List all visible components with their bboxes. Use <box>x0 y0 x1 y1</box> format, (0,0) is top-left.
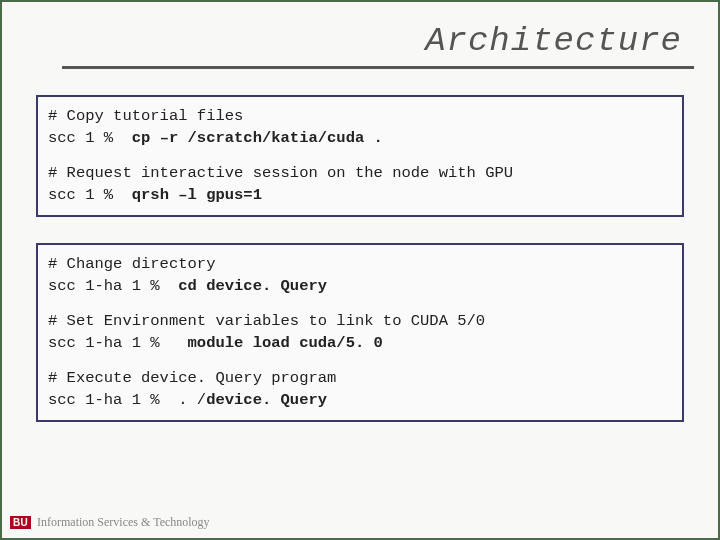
prompt: scc 1-ha 1 % <box>48 277 169 295</box>
comment-line: # Copy tutorial files <box>48 105 672 127</box>
cmd-bold: cd device. Query <box>178 277 327 295</box>
cmd-bold: module load cuda/5. 0 <box>188 334 383 352</box>
prompt: scc 1 % <box>48 129 122 147</box>
cmd-pre <box>169 277 178 295</box>
code-box-1: # Copy tutorial files scc 1 % cp –r /scr… <box>36 95 684 217</box>
cmd-pre <box>122 129 131 147</box>
comment-line: # Change directory <box>48 253 672 275</box>
code-box-2: # Change directory scc 1-ha 1 % cd devic… <box>36 243 684 422</box>
cmd-bold: device. Query <box>206 391 327 409</box>
cmd-pre: . / <box>169 391 206 409</box>
code-section: # Execute device. Query program scc 1-ha… <box>48 367 672 412</box>
command-line: scc 1 % cp –r /scratch/katia/cuda . <box>48 127 672 149</box>
code-section: # Copy tutorial files scc 1 % cp –r /scr… <box>48 105 672 150</box>
bu-logo-badge: BU <box>10 516 31 529</box>
cmd-pre <box>169 334 188 352</box>
footer-text: Information Services & Technology <box>37 515 210 530</box>
command-line: scc 1-ha 1 % cd device. Query <box>48 275 672 297</box>
command-line: scc 1 % qrsh –l gpus=1 <box>48 184 672 206</box>
comment-line: # Set Environment variables to link to C… <box>48 310 672 332</box>
command-line: scc 1-ha 1 % . /device. Query <box>48 389 672 411</box>
command-line: scc 1-ha 1 % module load cuda/5. 0 <box>48 332 672 354</box>
slide-title: Architecture <box>2 2 718 66</box>
footer: BU Information Services & Technology <box>10 515 210 530</box>
prompt: scc 1-ha 1 % <box>48 334 169 352</box>
cmd-bold: cp –r /scratch/katia/cuda . <box>132 129 383 147</box>
code-section: # Change directory scc 1-ha 1 % cd devic… <box>48 253 672 298</box>
prompt: scc 1-ha 1 % <box>48 391 169 409</box>
comment-line: # Execute device. Query program <box>48 367 672 389</box>
prompt: scc 1 % <box>48 186 122 204</box>
code-section: # Request interactive session on the nod… <box>48 162 672 207</box>
cmd-bold: qrsh –l gpus=1 <box>132 186 262 204</box>
title-underline <box>62 66 694 69</box>
comment-line: # Request interactive session on the nod… <box>48 162 672 184</box>
code-section: # Set Environment variables to link to C… <box>48 310 672 355</box>
cmd-pre <box>122 186 131 204</box>
